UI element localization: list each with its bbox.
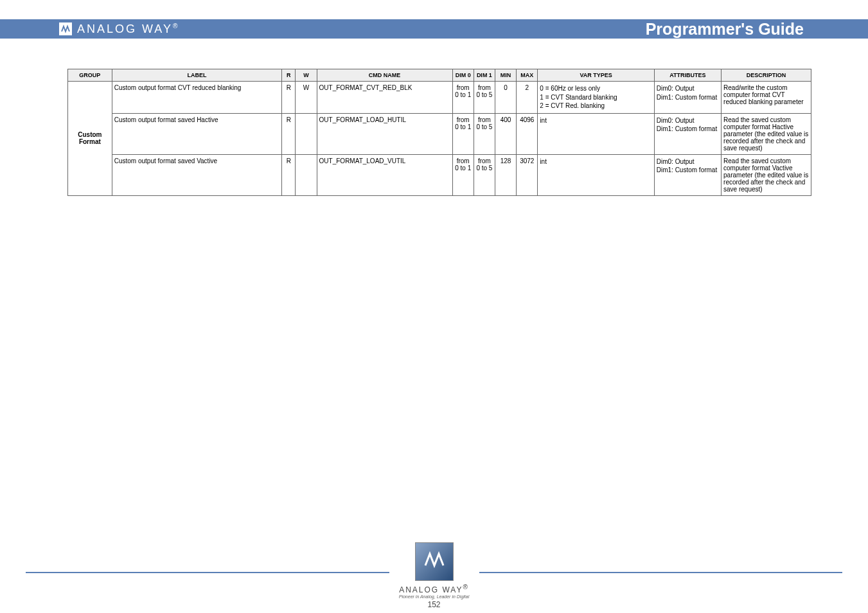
col-max: MAX (517, 69, 538, 82)
footer-wave-icon (423, 549, 445, 574)
footer-line-right (479, 572, 843, 573)
brand-icon (59, 22, 72, 35)
col-types: VAR TYPES (538, 69, 654, 82)
col-cmd: CMD NAME (317, 69, 452, 82)
cell-label: Custom output format CVT reduced blankin… (112, 82, 281, 114)
cell-attr: Dim0: Output Dim1: Custom format (654, 113, 721, 154)
table-header: GROUP LABEL R W CMD NAME DIM 0 DIM 1 MIN… (68, 69, 811, 82)
wave-icon (423, 549, 445, 571)
group-cell: Custom Format (68, 82, 112, 196)
page-title: Programmer's Guide (646, 20, 804, 39)
cell-label: Custom output format saved Vactive (112, 154, 281, 195)
cell-types: int (538, 113, 654, 154)
col-min: MIN (495, 69, 516, 82)
cell-r: R (282, 154, 296, 195)
col-desc: DESCRIPTION (722, 69, 811, 82)
table-row: Custom output format saved VactiveROUT_F… (68, 154, 811, 195)
cell-w (296, 113, 317, 154)
cell-r: R (282, 113, 296, 154)
cell-cmd: OUT_FORMAT_LOAD_VUTIL (317, 154, 452, 195)
col-w: W (296, 69, 317, 82)
col-r: R (282, 69, 296, 82)
cell-min: 0 (495, 82, 516, 114)
cell-cmd: OUT_FORMAT_CVT_RED_BLK (317, 82, 452, 114)
footer-logo: ANALOG WAY® Pioneer in Analog, Leader in… (389, 542, 479, 599)
footer-line-left (26, 572, 389, 573)
cell-dim1: from 0 to 5 (474, 154, 495, 195)
col-dim1: DIM 1 (474, 69, 495, 82)
footer-brand-reg: ® (463, 583, 468, 591)
brand-reg: ® (173, 22, 179, 30)
cell-dim1: from 0 to 5 (474, 113, 495, 154)
cell-max: 3072 (517, 154, 538, 195)
footer-tagline: Pioneer in Analog, Leader in Digital (399, 594, 469, 599)
cell-desc: Read/write the custom computer format CV… (722, 82, 811, 114)
commands-table: GROUP LABEL R W CMD NAME DIM 0 DIM 1 MIN… (67, 69, 811, 196)
table-row: Custom FormatCustom output format CVT re… (68, 82, 811, 114)
page-number: 152 (427, 600, 440, 609)
cell-desc: Read the saved custom computer format Ha… (722, 113, 811, 154)
table-row: Custom output format saved HactiveROUT_F… (68, 113, 811, 154)
table-body: Custom FormatCustom output format CVT re… (68, 82, 811, 196)
footer-logo-box (415, 542, 454, 581)
brand-logo: ANALOG WAY® (59, 22, 179, 36)
cell-dim0: from 0 to 1 (452, 113, 474, 154)
cell-cmd: OUT_FORMAT_LOAD_HUTIL (317, 113, 452, 154)
cell-w (296, 154, 317, 195)
cell-min: 400 (495, 113, 516, 154)
cell-attr: Dim0: Output Dim1: Custom format (654, 154, 721, 195)
commands-table-wrap: GROUP LABEL R W CMD NAME DIM 0 DIM 1 MIN… (67, 69, 811, 196)
col-attr: ATTRIBUTES (654, 69, 721, 82)
cell-max: 2 (517, 82, 538, 114)
cell-r: R (282, 82, 296, 114)
wave-icon (61, 24, 70, 33)
cell-types: 0 = 60Hz or less only 1 = CVT Standard b… (538, 82, 654, 114)
header-bar: ANALOG WAY® Programmer's Guide (0, 19, 868, 39)
cell-w: W (296, 82, 317, 114)
cell-min: 128 (495, 154, 516, 195)
col-group: GROUP (68, 69, 112, 82)
cell-attr: Dim0: Output Dim1: Custom format (654, 82, 721, 114)
cell-types: int (538, 154, 654, 195)
footer-brand: ANALOG WAY® (399, 583, 469, 594)
col-label: LABEL (112, 69, 281, 82)
cell-label: Custom output format saved Hactive (112, 113, 281, 154)
cell-desc: Read the saved custom computer format Va… (722, 154, 811, 195)
cell-dim0: from 0 to 1 (452, 154, 474, 195)
brand-name: ANALOG WAY (77, 22, 173, 35)
col-dim0: DIM 0 (452, 69, 474, 82)
cell-max: 4096 (517, 113, 538, 154)
footer: ANALOG WAY® Pioneer in Analog, Leader in… (26, 542, 842, 599)
cell-dim0: from 0 to 1 (452, 82, 474, 114)
cell-dim1: from 0 to 5 (474, 82, 495, 114)
brand-text: ANALOG WAY® (77, 22, 179, 36)
footer-brand-name: ANALOG WAY (399, 585, 463, 594)
